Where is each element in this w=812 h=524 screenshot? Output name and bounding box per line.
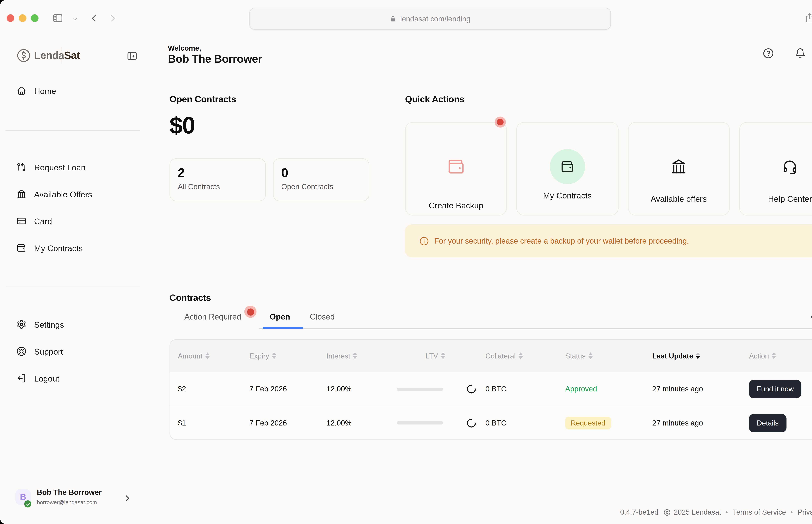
lock-icon bbox=[390, 15, 396, 22]
tab-action-required[interactable]: Action Required bbox=[184, 312, 241, 321]
share-icon[interactable] bbox=[804, 12, 812, 24]
sidebar-item-label: Card bbox=[34, 216, 52, 226]
sort-icon bbox=[272, 353, 276, 359]
sidebar-item-label: Home bbox=[34, 86, 56, 95]
fund-it-now-button[interactable]: Fund it now bbox=[749, 380, 801, 398]
quick-action-label: My Contracts bbox=[543, 191, 592, 200]
sidebar-item-card[interactable]: Card bbox=[17, 212, 52, 230]
brand-coin-icon bbox=[17, 48, 31, 63]
contracts-section: Contracts Action Required Open Closed Al… bbox=[170, 293, 812, 303]
brand-logo[interactable]: LendaSat bbox=[17, 48, 80, 63]
quick-action-available-offers[interactable]: Available offers bbox=[628, 122, 730, 215]
quick-action-my-contracts[interactable]: My Contracts bbox=[516, 122, 618, 215]
section-title: Open Contracts bbox=[170, 94, 372, 104]
action-required-dot bbox=[244, 306, 257, 318]
wallet-green-icon bbox=[550, 149, 585, 184]
quick-action-label: Help Center bbox=[768, 194, 812, 203]
stat-card-open-contracts[interactable]: 0 Open Contracts bbox=[273, 158, 369, 201]
stat-value: 2 bbox=[178, 165, 265, 180]
close-window-button[interactable] bbox=[7, 14, 14, 22]
sidebar-item-label: Settings bbox=[34, 320, 64, 329]
cell-expiry: 7 Feb 2026 bbox=[249, 419, 326, 427]
quick-action-help-center[interactable]: Help Center bbox=[739, 122, 812, 215]
tab-open[interactable]: Open bbox=[270, 312, 290, 321]
sidebar-item-request-loan[interactable]: Request Loan bbox=[17, 158, 85, 176]
profile-name: Bob The Borrower bbox=[37, 488, 102, 496]
quick-action-create-backup[interactable]: Create Backup bbox=[405, 122, 507, 215]
contracts-table: Amount Expiry Interest LTV Collateral St… bbox=[170, 339, 812, 440]
tabs-baseline bbox=[259, 328, 812, 329]
stat-card-all-contracts[interactable]: 2 All Contracts bbox=[170, 158, 266, 201]
open-contracts-total: $0 bbox=[170, 112, 372, 139]
column-header-amount[interactable]: Amount bbox=[178, 352, 250, 360]
sidebar-item-settings[interactable]: Settings bbox=[17, 315, 64, 334]
chevron-down-icon[interactable] bbox=[72, 16, 78, 22]
verified-badge-icon bbox=[24, 500, 31, 507]
column-header-status[interactable]: Status bbox=[565, 352, 652, 360]
minimize-window-button[interactable] bbox=[19, 14, 26, 22]
table-row[interactable]: $2 7 Feb 2026 12.00% 0 BTC Approved 27 m… bbox=[170, 372, 812, 406]
wallet-backup-icon bbox=[447, 149, 465, 184]
life-buoy-icon bbox=[17, 346, 27, 356]
cell-expiry: 7 Feb 2026 bbox=[249, 385, 326, 393]
column-header-action[interactable]: Action bbox=[749, 352, 812, 360]
cell-amount: $1 bbox=[178, 419, 250, 427]
column-header-collateral[interactable]: Collateral bbox=[485, 352, 565, 360]
headset-icon bbox=[782, 149, 798, 184]
copyright-text: 2025 Lendasat bbox=[674, 508, 721, 517]
sidebar-item-home[interactable]: Home bbox=[17, 81, 56, 100]
active-tab-underline bbox=[262, 327, 303, 329]
info-icon bbox=[419, 236, 429, 246]
sort-icon bbox=[696, 353, 700, 359]
quick-action-label: Available offers bbox=[651, 194, 707, 203]
address-bar[interactable]: lendasat.com/lending bbox=[249, 7, 611, 30]
sidebar-item-label: My Contracts bbox=[34, 243, 83, 253]
browser-window: lendasat.com/lending LendaSat bbox=[0, 0, 812, 524]
privacy-policy-link[interactable]: Privacy Policy bbox=[798, 508, 812, 517]
back-button[interactable] bbox=[89, 13, 99, 23]
sort-icon bbox=[588, 353, 593, 359]
stat-label: Open Contracts bbox=[281, 183, 369, 191]
contracts-tabs: Action Required Open Closed All bbox=[170, 308, 812, 330]
request-loan-icon bbox=[17, 162, 27, 172]
cell-last-update: 27 minutes ago bbox=[652, 385, 749, 393]
sidebar-item-logout[interactable]: Logout bbox=[17, 369, 60, 388]
loading-spinner-icon bbox=[466, 384, 477, 394]
sidebar-item-label: Logout bbox=[34, 374, 60, 383]
tab-closed[interactable]: Closed bbox=[310, 312, 335, 321]
table-row[interactable]: $1 7 Feb 2026 12.00% 0 BTC Requested 27 … bbox=[170, 406, 812, 440]
main-content: Welcome, Bob The Borrower Open Contracts… bbox=[153, 36, 812, 524]
cell-ltv bbox=[397, 384, 485, 394]
column-header-last-update[interactable]: Last Update bbox=[652, 352, 749, 360]
sidebar-item-available-offers[interactable]: Available Offers bbox=[17, 185, 92, 203]
user-profile[interactable]: B Bob The Borrower borrower@lendasat.com bbox=[15, 487, 139, 513]
status-badge: Approved bbox=[565, 385, 597, 393]
column-header-interest[interactable]: Interest bbox=[327, 352, 397, 360]
terms-of-service-link[interactable]: Terms of Service bbox=[733, 508, 786, 517]
app-version: 0.4.7-be1ed bbox=[620, 508, 658, 517]
bell-icon[interactable] bbox=[795, 48, 806, 59]
sort-icon bbox=[205, 353, 209, 359]
cell-interest: 12.00% bbox=[327, 419, 397, 427]
column-header-ltv[interactable]: LTV bbox=[397, 352, 485, 360]
footer-separator bbox=[791, 511, 793, 513]
bank-icon bbox=[17, 189, 27, 199]
ltv-progress-bar bbox=[397, 421, 443, 424]
zoom-window-button[interactable] bbox=[31, 14, 38, 22]
security-warning-banner: For your security, please create a backu… bbox=[405, 224, 812, 257]
column-header-expiry[interactable]: Expiry bbox=[249, 352, 326, 360]
sidebar-collapse-icon[interactable] bbox=[127, 51, 138, 62]
help-circle-icon[interactable] bbox=[763, 48, 774, 59]
details-button[interactable]: Details bbox=[749, 414, 786, 432]
sidebar-toggle-icon[interactable] bbox=[52, 13, 63, 24]
sidebar-item-my-contracts[interactable]: My Contracts bbox=[17, 239, 83, 257]
cell-last-update: 27 minutes ago bbox=[652, 419, 749, 427]
sidebar: LendaSat Home Request Loan bbox=[0, 36, 153, 524]
credit-card-icon bbox=[17, 216, 27, 226]
sort-icon bbox=[441, 353, 445, 359]
forward-button[interactable] bbox=[108, 13, 118, 23]
view-all-link[interactable]: All bbox=[810, 311, 812, 320]
gear-icon bbox=[17, 320, 27, 329]
sidebar-item-support[interactable]: Support bbox=[17, 342, 63, 361]
open-contracts-section: Open Contracts $0 2 All Contracts 0 Open… bbox=[170, 94, 372, 139]
